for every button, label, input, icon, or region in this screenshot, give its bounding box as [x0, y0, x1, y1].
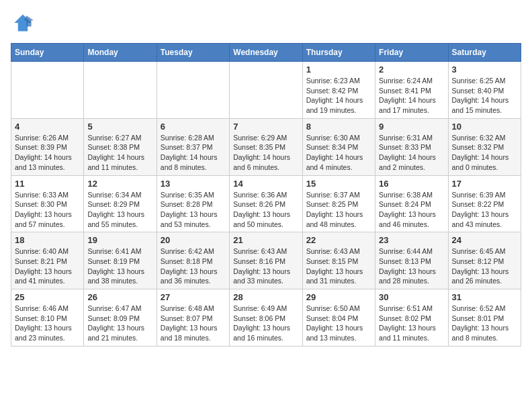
- calendar-cell: 30Sunrise: 6:51 AM Sunset: 8:02 PM Dayli…: [375, 289, 448, 347]
- day-info: Sunrise: 6:32 AM Sunset: 8:32 PM Dayligh…: [452, 133, 517, 173]
- day-info: Sunrise: 6:46 AM Sunset: 8:10 PM Dayligh…: [15, 304, 80, 343]
- day-number: 17: [452, 179, 517, 189]
- weekday-header-saturday: Saturday: [448, 44, 521, 62]
- weekday-header-wednesday: Wednesday: [230, 44, 302, 62]
- day-info: Sunrise: 6:35 AM Sunset: 8:28 PM Dayligh…: [161, 190, 226, 230]
- calendar-table: SundayMondayTuesdayWednesdayThursdayFrid…: [11, 43, 521, 347]
- calendar-cell: 15Sunrise: 6:37 AM Sunset: 8:25 PM Dayli…: [302, 175, 375, 232]
- day-number: 24: [452, 235, 517, 245]
- calendar-cell: 27Sunrise: 6:48 AM Sunset: 8:07 PM Dayli…: [157, 289, 229, 347]
- day-info: Sunrise: 6:30 AM Sunset: 8:34 PM Dayligh…: [306, 133, 371, 173]
- calendar-week-4: 25Sunrise: 6:46 AM Sunset: 8:10 PM Dayli…: [11, 289, 521, 347]
- day-number: 1: [306, 64, 371, 75]
- day-number: 20: [161, 235, 226, 245]
- day-info: Sunrise: 6:31 AM Sunset: 8:33 PM Dayligh…: [379, 133, 444, 173]
- day-info: Sunrise: 6:44 AM Sunset: 8:13 PM Dayligh…: [379, 246, 444, 286]
- day-info: Sunrise: 6:48 AM Sunset: 8:07 PM Dayligh…: [161, 304, 226, 343]
- day-number: 15: [306, 179, 371, 189]
- calendar-cell: 25Sunrise: 6:46 AM Sunset: 8:10 PM Dayli…: [11, 289, 84, 347]
- calendar-week-0: 1Sunrise: 6:23 AM Sunset: 8:42 PM Daylig…: [11, 62, 521, 119]
- day-info: Sunrise: 6:52 AM Sunset: 8:01 PM Dayligh…: [452, 304, 517, 343]
- day-info: Sunrise: 6:51 AM Sunset: 8:02 PM Dayligh…: [379, 304, 444, 343]
- day-number: 5: [87, 122, 152, 132]
- day-number: 21: [233, 235, 298, 245]
- weekday-header-thursday: Thursday: [302, 44, 375, 62]
- day-info: Sunrise: 6:49 AM Sunset: 8:06 PM Dayligh…: [233, 304, 298, 343]
- calendar-cell: 11Sunrise: 6:33 AM Sunset: 8:30 PM Dayli…: [11, 175, 84, 232]
- calendar-cell: 22Sunrise: 6:43 AM Sunset: 8:15 PM Dayli…: [302, 232, 375, 289]
- day-info: Sunrise: 6:33 AM Sunset: 8:30 PM Dayligh…: [15, 190, 80, 230]
- day-number: 6: [161, 122, 226, 132]
- day-number: 28: [233, 292, 298, 302]
- day-info: Sunrise: 6:29 AM Sunset: 8:35 PM Dayligh…: [233, 133, 298, 173]
- calendar-cell: 13Sunrise: 6:35 AM Sunset: 8:28 PM Dayli…: [157, 175, 229, 232]
- day-info: Sunrise: 6:24 AM Sunset: 8:41 PM Dayligh…: [379, 76, 444, 116]
- calendar-cell: 5Sunrise: 6:27 AM Sunset: 8:38 PM Daylig…: [84, 118, 157, 175]
- calendar-cell: 10Sunrise: 6:32 AM Sunset: 8:32 PM Dayli…: [448, 118, 521, 175]
- calendar-cell: 17Sunrise: 6:39 AM Sunset: 8:22 PM Dayli…: [448, 175, 521, 232]
- day-number: 2: [379, 64, 444, 75]
- calendar-cell: 24Sunrise: 6:45 AM Sunset: 8:12 PM Dayli…: [448, 232, 521, 289]
- calendar-cell: 7Sunrise: 6:29 AM Sunset: 8:35 PM Daylig…: [230, 118, 302, 175]
- calendar-cell: 9Sunrise: 6:31 AM Sunset: 8:33 PM Daylig…: [375, 118, 448, 175]
- weekday-header-sunday: Sunday: [11, 44, 84, 62]
- weekday-header-friday: Friday: [375, 44, 448, 62]
- day-number: 12: [87, 179, 152, 189]
- calendar-cell: [11, 62, 84, 119]
- day-number: 13: [161, 179, 226, 189]
- logo: [11, 11, 39, 35]
- day-number: 8: [306, 122, 371, 132]
- day-info: Sunrise: 6:36 AM Sunset: 8:26 PM Dayligh…: [233, 190, 298, 230]
- day-info: Sunrise: 6:43 AM Sunset: 8:16 PM Dayligh…: [233, 246, 298, 286]
- day-info: Sunrise: 6:28 AM Sunset: 8:37 PM Dayligh…: [161, 133, 226, 173]
- day-info: Sunrise: 6:23 AM Sunset: 8:42 PM Dayligh…: [306, 76, 371, 116]
- calendar-cell: 3Sunrise: 6:25 AM Sunset: 8:40 PM Daylig…: [448, 62, 521, 119]
- day-number: 25: [15, 292, 80, 302]
- calendar-week-2: 11Sunrise: 6:33 AM Sunset: 8:30 PM Dayli…: [11, 175, 521, 232]
- calendar-cell: 2Sunrise: 6:24 AM Sunset: 8:41 PM Daylig…: [375, 62, 448, 119]
- day-info: Sunrise: 6:37 AM Sunset: 8:25 PM Dayligh…: [306, 190, 371, 230]
- calendar-cell: 6Sunrise: 6:28 AM Sunset: 8:37 PM Daylig…: [157, 118, 229, 175]
- day-number: 22: [306, 235, 371, 245]
- calendar-cell: 12Sunrise: 6:34 AM Sunset: 8:29 PM Dayli…: [84, 175, 157, 232]
- day-number: 31: [452, 292, 517, 302]
- day-number: 29: [306, 292, 371, 302]
- day-info: Sunrise: 6:43 AM Sunset: 8:15 PM Dayligh…: [306, 246, 371, 286]
- day-number: 4: [15, 122, 80, 132]
- day-number: 23: [379, 235, 444, 245]
- calendar-cell: 16Sunrise: 6:38 AM Sunset: 8:24 PM Dayli…: [375, 175, 448, 232]
- calendar-cell: 18Sunrise: 6:40 AM Sunset: 8:21 PM Dayli…: [11, 232, 84, 289]
- calendar-cell: 28Sunrise: 6:49 AM Sunset: 8:06 PM Dayli…: [230, 289, 302, 347]
- day-number: 3: [452, 64, 517, 75]
- weekday-header-monday: Monday: [84, 44, 157, 62]
- day-info: Sunrise: 6:39 AM Sunset: 8:22 PM Dayligh…: [452, 190, 517, 230]
- day-number: 9: [379, 122, 444, 132]
- day-info: Sunrise: 6:47 AM Sunset: 8:09 PM Dayligh…: [87, 304, 152, 343]
- calendar-week-1: 4Sunrise: 6:26 AM Sunset: 8:39 PM Daylig…: [11, 118, 521, 175]
- calendar-cell: 29Sunrise: 6:50 AM Sunset: 8:04 PM Dayli…: [302, 289, 375, 347]
- day-number: 11: [15, 179, 80, 189]
- weekday-row: SundayMondayTuesdayWednesdayThursdayFrid…: [11, 44, 521, 62]
- day-info: Sunrise: 6:40 AM Sunset: 8:21 PM Dayligh…: [15, 246, 80, 286]
- day-info: Sunrise: 6:38 AM Sunset: 8:24 PM Dayligh…: [379, 190, 444, 230]
- day-info: Sunrise: 6:42 AM Sunset: 8:18 PM Dayligh…: [161, 246, 226, 286]
- calendar-week-3: 18Sunrise: 6:40 AM Sunset: 8:21 PM Dayli…: [11, 232, 521, 289]
- day-number: 7: [233, 122, 298, 132]
- calendar-cell: 1Sunrise: 6:23 AM Sunset: 8:42 PM Daylig…: [302, 62, 375, 119]
- day-number: 30: [379, 292, 444, 302]
- page-header: [11, 11, 521, 35]
- day-number: 14: [233, 179, 298, 189]
- day-number: 27: [161, 292, 226, 302]
- calendar-cell: 31Sunrise: 6:52 AM Sunset: 8:01 PM Dayli…: [448, 289, 521, 347]
- calendar-cell: 23Sunrise: 6:44 AM Sunset: 8:13 PM Dayli…: [375, 232, 448, 289]
- day-number: 18: [15, 235, 80, 245]
- day-number: 26: [87, 292, 152, 302]
- calendar-cell: 21Sunrise: 6:43 AM Sunset: 8:16 PM Dayli…: [230, 232, 302, 289]
- calendar-cell: [157, 62, 229, 119]
- logo-icon: [11, 11, 35, 35]
- calendar-header: SundayMondayTuesdayWednesdayThursdayFrid…: [11, 44, 521, 62]
- day-number: 16: [379, 179, 444, 189]
- day-info: Sunrise: 6:25 AM Sunset: 8:40 PM Dayligh…: [452, 76, 517, 116]
- day-number: 19: [87, 235, 152, 245]
- day-info: Sunrise: 6:26 AM Sunset: 8:39 PM Dayligh…: [15, 133, 80, 173]
